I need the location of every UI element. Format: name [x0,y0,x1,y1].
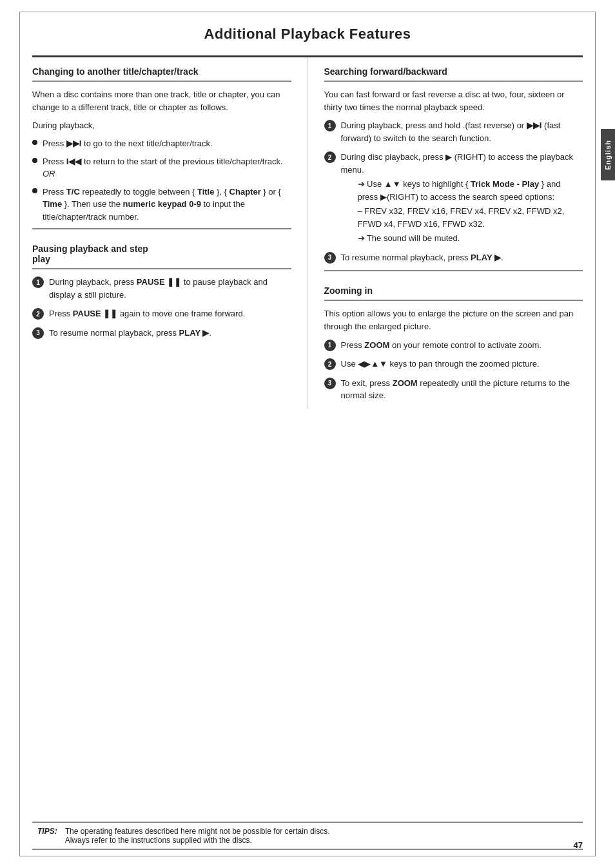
zooming-intro: This option allows you to enlarge the pi… [324,307,583,333]
content-area: Changing to another title/chapter/track … [0,57,615,409]
num-circle-3: 3 [32,327,44,339]
zoom-text-3: To exit, press ZOOM repeatedly until the… [341,377,583,402]
zoom-text-2: Use ◀▶▲▼ keys to pan through the zoomed … [341,358,540,371]
right-column: Searching forward/backward You can fast … [308,57,583,409]
pause-item-1: 1 During playback, press PAUSE ❚❚ to pau… [32,276,291,301]
tips-line-2: Always refer to the instructions supplie… [65,836,252,845]
pause-text-1: During playback, press PAUSE ❚❚ to pause… [49,276,291,301]
page-border-left [19,12,20,856]
section-rule-2 [324,270,583,271]
bullet-item-2: Press I◀◀ to return to the start of the … [32,155,291,180]
section-changing-intro: When a disc contains more than one track… [32,88,291,114]
zoom-num-1: 1 [324,340,336,351]
zooming-num-list: 1 Press ZOOM on your remote control to a… [324,339,583,402]
zoom-item-2: 2 Use ◀▶▲▼ keys to pan through the zoome… [324,358,583,371]
section-changing-heading: Changing to another title/chapter/track [32,57,291,82]
english-tab-label: English [604,140,612,170]
pause-item-2: 2 Press PAUSE ❚❚ again to move one frame… [32,307,291,320]
bullet-text-2: Press I◀◀ to return to the start of the … [43,155,283,180]
tips-section: TIPS: The operating features described h… [32,822,583,850]
page-border-right [595,12,596,856]
pause-text-2: Press PAUSE ❚❚ again to move one frame f… [49,307,245,320]
section-zooming-heading: Zooming in [324,276,583,301]
left-column: Changing to another title/chapter/track … [32,57,308,409]
bullet-dot-1 [32,140,37,145]
english-tab: English [601,129,615,180]
searching-intro: You can fast forward or fast reverse a d… [324,88,583,114]
search-num-3: 3 [324,252,336,264]
section-pausing-heading: Pausing playback and stepplay [32,235,291,269]
zoom-item-3: 3 To exit, press ZOOM repeatedly until t… [324,377,583,402]
page-title: Additional Playback Features [0,0,615,55]
pause-text-3: To resume normal playback, press PLAY ▶. [49,327,211,340]
search-item-2: 2 During disc playback, press ▶ (RIGHT) … [324,151,583,245]
tips-label: TIPS: [37,827,57,836]
page-border-bottom [19,856,596,856]
search-sub-2: – FREV x32, FREV x16, FREV x4, FREV x2, … [358,205,583,230]
search-sub-1: ➔ Use ▲▼ keys to highlight { Trick Mode … [358,178,583,203]
search-item-1: 1 During playback, press and hold .(fast… [324,119,583,144]
num-circle-2: 2 [32,308,44,320]
section-rule-1 [32,228,291,229]
zoom-num-2: 2 [324,358,336,370]
page-border-top [19,12,596,12]
bullet-text-3: Press T/C repeatedly to toggle between {… [43,186,291,224]
num-circle-1: 1 [32,276,44,288]
tips-line-1: The operating features described here mi… [65,827,330,836]
zoom-text-1: Press ZOOM on your remote control to act… [341,339,542,352]
bullet-item-1: Press ▶▶I to go to the next title/chapte… [32,137,291,150]
search-item-3: 3 To resume normal playback, press PLAY … [324,251,583,264]
pausing-num-list: 1 During playback, press PAUSE ❚❚ to pau… [32,276,291,339]
during-playback-label: During playback, [32,119,291,132]
search-num-2: 2 [324,151,336,163]
search-sub-3: ➔ The sound will be muted. [358,232,583,245]
bullet-text-1: Press ▶▶I to go to the next title/chapte… [43,137,213,150]
search-text-2: During disc playback, press ▶ (RIGHT) to… [341,151,583,245]
search-text-1: During playback, press and hold .(fast r… [341,119,583,144]
zoom-num-3: 3 [324,378,336,389]
pause-item-3: 3 To resume normal playback, press PLAY … [32,327,291,340]
search-num-1: 1 [324,120,336,131]
search-text-3: To resume normal playback, press PLAY ▶. [341,251,503,264]
bullet-dot-3 [32,188,37,193]
tips-text: The operating features described here mi… [65,827,330,845]
zoom-item-1: 1 Press ZOOM on your remote control to a… [324,339,583,352]
section-searching-heading: Searching forward/backward [324,57,583,82]
page-number: 47 [574,840,583,850]
bullet-item-3: Press T/C repeatedly to toggle between {… [32,186,291,224]
changing-bullet-list: Press ▶▶I to go to the next title/chapte… [32,137,291,223]
searching-num-list: 1 During playback, press and hold .(fast… [324,119,583,264]
bullet-dot-2 [32,158,37,163]
